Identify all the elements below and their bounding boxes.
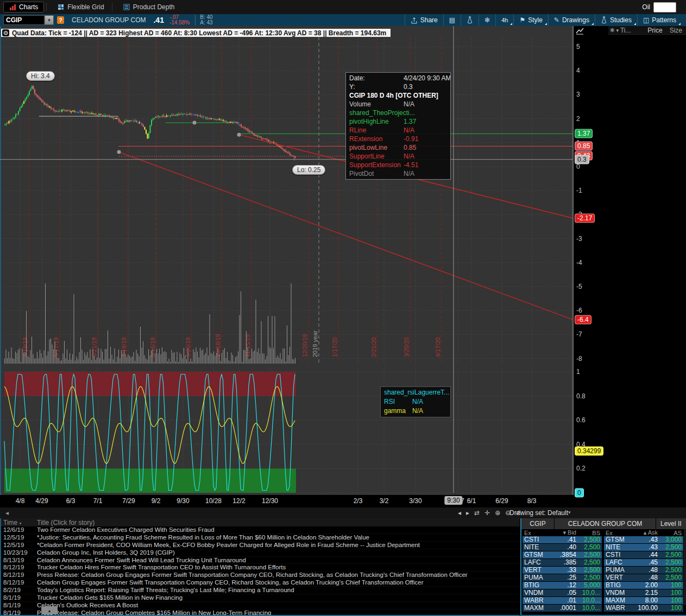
- interval-label: 4h: [501, 17, 508, 23]
- tab-charts[interactable]: Charts: [3, 2, 44, 12]
- price-axis[interactable]: 543210-1-2-3-4-5-6-7-810.80.60.40.201.37…: [573, 26, 609, 495]
- chart-nav-icon[interactable]: ⇄: [474, 509, 480, 517]
- quad-data-strip: ⊙ Quad Data: Tick = -124 || AD = 323 Hig…: [1, 29, 391, 37]
- gear-icon: ✻: [484, 16, 490, 24]
- drawing-set-label[interactable]: Drawing set: Default: [509, 509, 568, 517]
- level2-row[interactable]: CSTI.412,500: [523, 536, 602, 544]
- level2-col-ex[interactable]: Ex: [523, 530, 547, 536]
- settings-button[interactable]: ✻: [479, 14, 495, 26]
- level2-exchange: VERT: [523, 567, 547, 574]
- symbol-input[interactable]: CGIP: [3, 15, 45, 25]
- tns-col-size: Size: [670, 27, 682, 34]
- tab-product-depth[interactable]: Product Depth: [118, 2, 180, 12]
- level2-price: .43: [628, 536, 658, 543]
- level2-row[interactable]: BTIG.125,000: [523, 582, 602, 589]
- tab-flexible-grid-label: Flexible Grid: [67, 3, 104, 11]
- level2-col-size[interactable]: BS: [576, 530, 602, 536]
- news-row[interactable]: 8/1/19Press Release: Celadon Group Compl…: [1, 609, 520, 616]
- time-axis-label: 7/1: [93, 497, 103, 505]
- level2-row[interactable]: BTIG2.00100: [604, 582, 683, 589]
- chart-panel[interactable]: 4/19/195/17/196/21/197/19/198/16/199/20/…: [0, 26, 573, 495]
- level2-row[interactable]: VNDM2.15100: [604, 589, 683, 597]
- chevron-down-icon[interactable]: ▾: [568, 510, 571, 515]
- oil-input[interactable]: [653, 2, 676, 12]
- crosshair-tooltip: Date:4/24/20 9:30 AMY:0.3CGIP 180 D 4h […: [345, 72, 451, 180]
- level2-col-size[interactable]: AS: [658, 530, 683, 536]
- news-title: Celadon Group Engages Former Swift Trans…: [37, 579, 520, 586]
- news-row[interactable]: 10/23/19Celadon Group Inc, Inst Holders,…: [1, 549, 520, 557]
- level2-tab-symbol[interactable]: CGIP: [521, 518, 555, 529]
- level2-row[interactable]: NITE.402,500: [523, 544, 602, 551]
- level2-row[interactable]: WABR.0110,0...: [523, 597, 602, 605]
- report-button[interactable]: ▤: [443, 14, 461, 26]
- level2-row[interactable]: MAXM8.00100: [604, 597, 683, 605]
- news-row[interactable]: 8/13/19Celadon Announces Former Swift He…: [1, 557, 520, 564]
- level2-scrollbar[interactable]: [684, 529, 686, 605]
- news-row[interactable]: 8/1/19Trucker Celadon Gets $165 Million …: [1, 594, 520, 602]
- style-button[interactable]: ⚑ Style: [513, 14, 547, 26]
- chart-nav-icon[interactable]: ◂: [458, 509, 461, 517]
- info-icon[interactable]: ⊙: [2, 29, 9, 36]
- news-row[interactable]: 12/6/19Two Former Celadon Executives Cha…: [1, 526, 520, 534]
- share-button[interactable]: Share: [405, 14, 443, 26]
- level2-exchange: WABR: [523, 597, 547, 604]
- chart-nav-icon[interactable]: ✛: [484, 509, 490, 517]
- help-badge[interactable]: ?: [57, 16, 64, 24]
- news-row[interactable]: 8/12/19Trucker Celadon Hires Former Swif…: [1, 564, 520, 571]
- level2-col-ex[interactable]: Ex: [604, 530, 628, 536]
- tooltip-row: Y:0.3: [346, 82, 450, 91]
- news-row[interactable]: 12/5/19*Justice: Securities, Accounting …: [1, 534, 520, 542]
- level2-row[interactable]: VERT.332,500: [523, 567, 602, 574]
- chevron-down-icon[interactable]: ▾: [616, 28, 619, 33]
- news-row[interactable]: 12/5/19*Celadon Former President, COO Wi…: [1, 542, 520, 549]
- collapse-panel-button[interactable]: ▴: [41, 606, 58, 614]
- level2-price: .385: [547, 559, 576, 566]
- chart-nav-icon[interactable]: ▸: [466, 509, 469, 517]
- analyze-button[interactable]: [461, 14, 479, 26]
- level2-row[interactable]: PUMA.252,500: [523, 574, 602, 582]
- patterns-button[interactable]: ◫ Patterns: [637, 14, 682, 26]
- level2-row[interactable]: NITE.432,500: [604, 544, 683, 551]
- level2-tab-company[interactable]: CELADON GROUP COM: [555, 518, 656, 529]
- level2-row[interactable]: GTSM.38542,500: [523, 551, 602, 559]
- level2-row[interactable]: GTSM.433,000: [604, 536, 683, 544]
- news-row[interactable]: 8/12/19Celadon Group Engages Former Swif…: [1, 579, 520, 587]
- symbol-toolbar: CGIP ▾ ? CELADON GROUP COM .41 -.07 -14.…: [0, 14, 686, 27]
- price-tick: 3: [576, 91, 580, 98]
- studies-button[interactable]: Studies: [595, 14, 637, 26]
- time-axis-label: 6/29: [495, 497, 508, 505]
- drawings-button[interactable]: ✎ Drawings: [548, 14, 595, 26]
- level2-row[interactable]: PUMA.482,500: [604, 567, 683, 574]
- time-axis[interactable]: 4/84/296/37/17/299/29/3010/2812/212/302/…: [0, 495, 573, 507]
- level2-row[interactable]: CSTI.442,500: [604, 551, 683, 559]
- level2-row[interactable]: VERT.482,500: [604, 574, 683, 582]
- candlestick-chart[interactable]: 4/19/195/17/196/21/197/19/198/16/199/20/…: [0, 26, 573, 495]
- news-col-time[interactable]: Time ▾: [1, 519, 37, 526]
- level2-price: .0001: [547, 605, 576, 612]
- high-annotation: Hi: 3.4: [26, 71, 55, 81]
- symbol-dropdown-button[interactable]: ▾: [45, 15, 54, 25]
- level2-row[interactable]: VNDM.0510,0...: [523, 589, 602, 597]
- news-col-title[interactable]: Title (Click for story): [37, 519, 95, 526]
- panel-restore-icon[interactable]: [575, 27, 585, 35]
- news-row[interactable]: 8/12/19Press Release: Celadon Group Enga…: [1, 571, 520, 579]
- axis-price-badge: 0.85: [575, 142, 593, 151]
- tab-charts-label: Charts: [19, 3, 38, 11]
- level2-row[interactable]: WABR100.00100: [604, 605, 683, 612]
- gear-icon[interactable]: ✻: [610, 27, 614, 33]
- level2-row[interactable]: MAXM.000110,0...: [523, 605, 602, 612]
- news-row[interactable]: 8/1/19Celadon's Outlook Receives A Boost: [1, 602, 520, 609]
- level2-row[interactable]: LAFC.3852,500: [523, 559, 602, 567]
- level2-size: 2,500: [576, 567, 602, 574]
- level2-tab-level[interactable]: Level II: [656, 518, 686, 529]
- interval-button[interactable]: 4h: [495, 14, 513, 26]
- news-header: Time ▾ Title (Click for story): [1, 518, 520, 526]
- scroll-left-icon[interactable]: ◂: [5, 509, 9, 517]
- axis-price-badge: 0.3: [575, 155, 589, 164]
- level2-row[interactable]: LAFC.452,500: [604, 559, 683, 567]
- chart-nav-icon[interactable]: ⊕: [495, 509, 500, 517]
- news-time: 8/12/19: [1, 579, 37, 586]
- news-row[interactable]: 8/2/19Today's Logistics Report: Raising …: [1, 587, 520, 594]
- oil-label: Oil: [642, 3, 650, 11]
- tab-flexible-grid[interactable]: Flexible Grid: [52, 2, 109, 12]
